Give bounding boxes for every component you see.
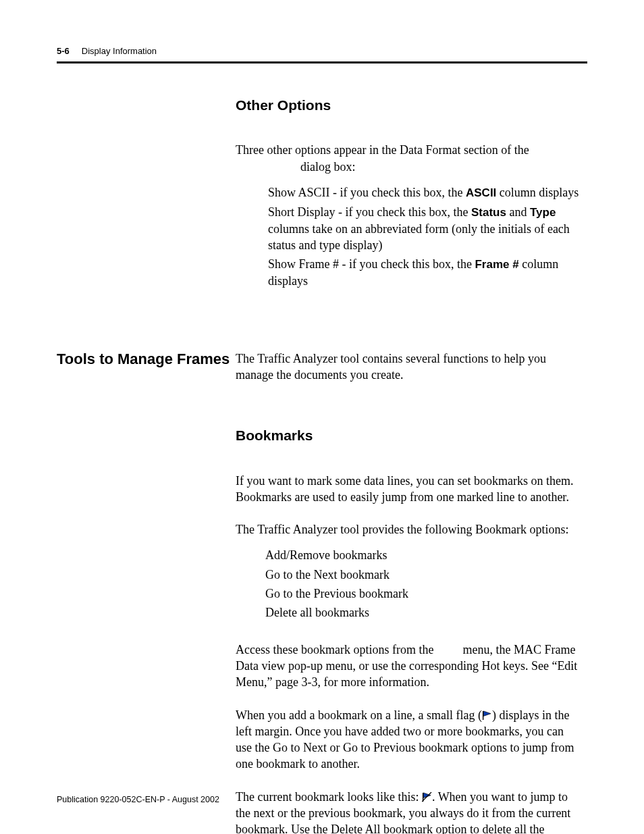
bookmark-option-add-remove: Add/Remove bookmarks [265,547,587,563]
bookmark-option-previous: Go to the Previous bookmark [265,585,587,602]
text-run: . When you want to jump to [432,790,568,804]
option-show-ascii: Show ASCII - if you check this box, the … [268,184,587,201]
text-run: column [519,257,559,271]
other-options-intro: Three other options appear in the Data F… [236,142,587,175]
header-section-title: Display Information [82,46,157,56]
svg-marker-1 [483,710,491,716]
text-run: Show Frame # - if you check this box, th… [268,257,475,271]
text-line: one bookmark to another. [236,757,360,771]
text-line: columns take on an abbreviated form (onl… [268,222,570,236]
text-line: displays [268,274,308,288]
text-line: use the Go to Next or Go to Previous boo… [236,741,574,754]
text-line: bookmark. Use the Delete All bookmark op… [236,823,544,834]
text-run: Show ASCII - if you check this box, the [268,186,466,199]
option-show-frame-num: Show Frame # - if you check this box, th… [268,256,587,289]
bookmarks-p3: Access these bookmark options from the m… [236,642,587,691]
text-line: dialog box: [236,160,356,174]
text-run: ) displays in the [492,708,570,722]
subheading-bookmarks: Bookmarks [236,426,587,445]
text-run: column displays [496,186,579,199]
text-line: Data view pop-up menu, or use the corres… [236,659,577,673]
bookmark-option-next: Go to the Next bookmark [265,567,587,583]
text-line: Bookmarks are used to easily jump from o… [236,490,569,504]
text-line: Three other options appear in the Data F… [236,143,529,157]
text-run: Short Display - if you check this box, t… [268,205,471,219]
bookmarks-p5: The current bookmark looks like this: . … [236,789,587,834]
text-line: Menu,” page 3-3, for more information. [236,675,429,689]
bold-status: Status [471,206,506,219]
bookmarks-p1: If you want to mark some data lines, you… [236,473,587,506]
bold-frame-num: Frame # [475,258,518,271]
other-options-items: Show ASCII - if you check this box, the … [268,184,587,290]
page-header: 5-6 Display Information [57,46,587,63]
text-run: Access these bookmark options from the [236,643,437,656]
text-line: status and type display) [268,238,382,252]
publication-footer: Publication 9220-052C-EN-P - August 2002 [57,795,219,804]
text-line: the next or the previous bookmark, you a… [236,806,570,820]
text-line: If you want to mark some data lines, you… [236,474,573,488]
subheading-other-options: Other Options [236,96,587,115]
text-line: left margin. Once you have added two or … [236,725,564,738]
tools-intro: The Traffic Analyzer tool contains sever… [236,350,587,384]
page-number: 5-6 [57,46,70,56]
text-run: When you add a bookmark on a line, a sma… [236,708,482,722]
option-short-display: Short Display - if you check this box, t… [268,204,587,254]
bookmark-option-delete-all: Delete all bookmarks [265,604,587,621]
text-run: menu, the MAC Frame [460,643,575,656]
text-run: The current bookmark looks like this: [236,790,422,804]
text-run: and [506,205,530,219]
bookmarks-p2: The Traffic Analyzer tool provides the f… [236,521,587,538]
side-heading-tools-manage-frames: Tools to Manage Frames [57,350,236,368]
flag-slashed-icon [422,790,432,800]
bookmarks-p4: When you add a bookmark on a line, a sma… [236,707,587,773]
bold-ascii: ASCII [466,186,496,199]
bookmark-options-list: Add/Remove bookmarks Go to the Next book… [265,547,587,621]
flag-icon [482,708,492,718]
text-line: manage the documents you create. [236,368,403,382]
text-line: The Traffic Analyzer tool contains sever… [236,352,546,365]
bold-type: Type [530,206,556,219]
